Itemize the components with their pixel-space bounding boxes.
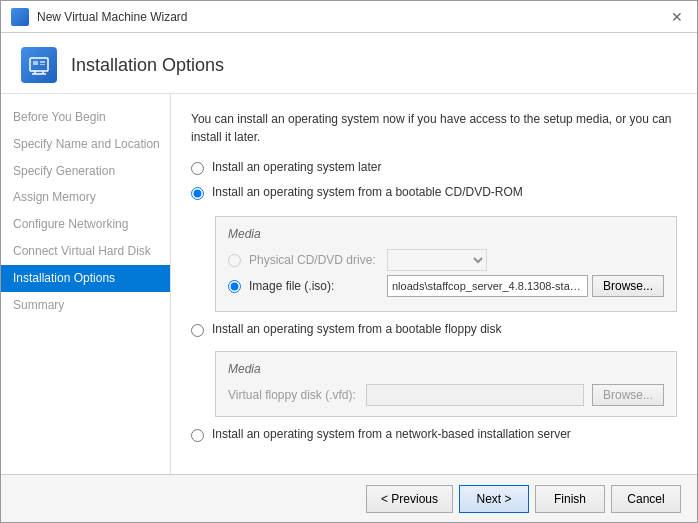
- finish-button[interactable]: Finish: [535, 485, 605, 513]
- radio-install-later[interactable]: [191, 162, 204, 175]
- cancel-button[interactable]: Cancel: [611, 485, 681, 513]
- page-header: Installation Options: [1, 33, 697, 94]
- radio-install-floppy[interactable]: [191, 324, 204, 337]
- sidebar: Before You Begin Specify Name and Locati…: [1, 94, 171, 474]
- intro-text: You can install an operating system now …: [191, 110, 677, 146]
- titlebar: New Virtual Machine Wizard ✕: [1, 1, 697, 33]
- label-install-floppy[interactable]: Install an operating system from a boota…: [212, 322, 502, 336]
- image-file-path[interactable]: [387, 275, 588, 297]
- sidebar-item-installation-options[interactable]: Installation Options: [1, 265, 170, 292]
- vfd-path: [366, 384, 584, 406]
- window-title: New Virtual Machine Wizard: [37, 10, 188, 24]
- next-button[interactable]: Next >: [459, 485, 529, 513]
- image-file-row: Image file (.iso): Browse...: [228, 275, 664, 297]
- page-title: Installation Options: [71, 55, 224, 76]
- floppy-media-label: Media: [228, 362, 664, 376]
- option-install-network: Install an operating system from a netwo…: [191, 427, 677, 442]
- browse-vfd-button[interactable]: Browse...: [592, 384, 664, 406]
- label-image-file: Image file (.iso):: [249, 279, 379, 293]
- floppy-row: Virtual floppy disk (.vfd): Browse...: [228, 384, 664, 406]
- radio-install-cd[interactable]: [191, 187, 204, 200]
- wizard-content: Before You Begin Specify Name and Locati…: [1, 94, 697, 474]
- sidebar-item-specify-generation[interactable]: Specify Generation: [1, 158, 170, 185]
- app-icon: [11, 8, 29, 26]
- option-install-floppy: Install an operating system from a boota…: [191, 322, 677, 337]
- radio-install-network[interactable]: [191, 429, 204, 442]
- label-physical-cd: Physical CD/DVD drive:: [249, 253, 379, 267]
- browse-iso-button[interactable]: Browse...: [592, 275, 664, 297]
- drive-select[interactable]: [387, 249, 487, 271]
- option-install-cd: Install an operating system from a boota…: [191, 185, 677, 200]
- radio-physical-cd[interactable]: [228, 254, 241, 267]
- svg-rect-3: [40, 64, 45, 65]
- close-button[interactable]: ✕: [667, 9, 687, 25]
- option-install-later: Install an operating system later: [191, 160, 677, 175]
- previous-button[interactable]: < Previous: [366, 485, 453, 513]
- floppy-media-box: Media Virtual floppy disk (.vfd): Browse…: [215, 351, 677, 417]
- physical-cd-row: Physical CD/DVD drive:: [228, 249, 664, 271]
- sidebar-item-before-you-begin[interactable]: Before You Begin: [1, 104, 170, 131]
- svg-rect-2: [40, 61, 45, 63]
- sidebar-item-connect-vhd[interactable]: Connect Virtual Hard Disk: [1, 238, 170, 265]
- label-vfd: Virtual floppy disk (.vfd):: [228, 388, 358, 402]
- sidebar-item-assign-memory[interactable]: Assign Memory: [1, 184, 170, 211]
- sidebar-item-configure-networking[interactable]: Configure Networking: [1, 211, 170, 238]
- wizard-footer: < Previous Next > Finish Cancel: [1, 474, 697, 522]
- header-icon: [21, 47, 57, 83]
- wizard-window: New Virtual Machine Wizard ✕ Installatio…: [0, 0, 698, 523]
- svg-rect-0: [30, 58, 48, 71]
- label-install-cd[interactable]: Install an operating system from a boota…: [212, 185, 523, 199]
- image-file-input-row: Browse...: [387, 275, 664, 297]
- cd-media-box: Media Physical CD/DVD drive: Image file …: [215, 216, 677, 312]
- radio-image-file[interactable]: [228, 280, 241, 293]
- sidebar-item-specify-name[interactable]: Specify Name and Location: [1, 131, 170, 158]
- titlebar-left: New Virtual Machine Wizard: [11, 8, 188, 26]
- cd-media-label: Media: [228, 227, 664, 241]
- svg-rect-1: [33, 61, 38, 65]
- label-install-later[interactable]: Install an operating system later: [212, 160, 381, 174]
- main-content: You can install an operating system now …: [171, 94, 697, 474]
- label-install-network[interactable]: Install an operating system from a netwo…: [212, 427, 571, 441]
- sidebar-item-summary[interactable]: Summary: [1, 292, 170, 319]
- installation-options-group: Install an operating system later Instal…: [191, 160, 677, 442]
